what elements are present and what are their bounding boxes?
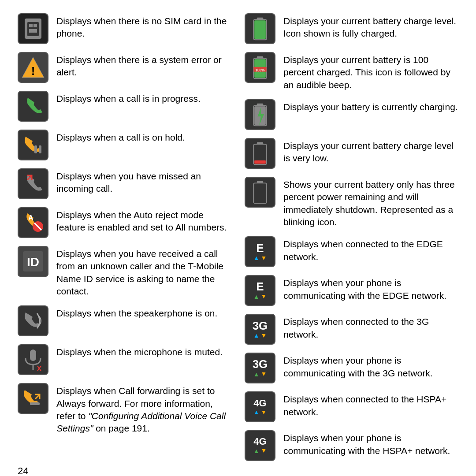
list-item: ! Displays when there is a system error … [18,52,231,83]
arrow-up-active: ▲ [253,447,260,454]
page: Displays when there is no SIM card in th… [0,0,476,476]
battery-charging-icon [245,99,275,130]
battery-charging-text: Displays your battery is currently charg… [283,99,458,113]
4g-connected-icon: 4G ▲ ▼ [245,391,275,422]
edge-arrows: ▲ ▼ [253,293,267,300]
3g-arrows: ▲ ▼ [253,371,267,378]
system-error-text: Displays when there is a system error or… [56,52,231,79]
missed-call-text: Displays when you have missed an incomin… [56,168,231,195]
list-item: Displays your battery is currently charg… [245,99,458,130]
battery-3pct-icon [245,177,275,208]
edge-connected-text: Displays when connected to the EDGE netw… [283,236,458,263]
arrow-down: ▼ [261,371,267,378]
list-item: Displays when you have missed an incomin… [18,168,231,199]
3g-letter: 3G [253,320,268,331]
page-number: 24 [18,461,458,476]
svg-rect-7 [34,145,37,153]
list-item: 3G ▲ ▼ Displays when your phone is commu… [245,353,458,383]
svg-rect-22 [254,20,266,39]
edge-letter: E [256,281,264,292]
4g-arrows: ▲ ▼ [253,447,267,454]
list-item: 3G ▲ ▼ Displays when connected to the 3G… [245,314,458,345]
svg-rect-3 [33,24,37,27]
list-item: ID Displays when you have received a cal… [18,246,231,298]
svg-text:!: ! [31,64,35,78]
no-sim-text: Displays when there is no SIM card in th… [56,13,231,40]
list-item: x Displays when the microphone is muted. [18,344,231,375]
list-item: Shows your current battery only has thre… [245,177,458,228]
svg-text:A: A [28,214,33,222]
system-error-icon: ! [18,52,48,83]
battery-100-text: Displays your current battery is 100 per… [283,52,458,91]
battery-low-text: Displays your current battery charge lev… [283,138,458,165]
unknown-caller-icon: ID [18,246,48,277]
auto-reject-icon: A [18,207,48,238]
right-column: Displays your current battery charge lev… [245,13,458,461]
list-item: 100% Displays your current battery is 10… [245,52,458,91]
3g-connected-text: Displays when connected to the 3G networ… [283,314,458,341]
call-hold-icon [18,130,48,160]
battery-low-icon [245,138,275,169]
3g-active-icon: 3G ▲ ▼ [245,353,275,383]
svg-text:x: x [37,364,41,372]
svg-rect-34 [254,160,266,164]
list-item: Displays when Call forwarding is set to … [18,383,231,435]
svg-text:ID: ID [27,255,39,269]
arrow-up-active: ▲ [253,293,260,300]
battery-3pct-text: Shows your current battery only has thre… [283,177,458,228]
list-item: Displays when the speakerphone is on. [18,305,231,336]
call-icon [18,91,48,122]
arrow-up: ▲ [253,332,260,338]
arrow-up: ▲ [253,255,260,261]
arrow-up: ▲ [253,409,260,415]
call-text: Displays when a call is in progress. [56,91,231,105]
3g-letter: 3G [253,358,268,370]
missed-call-icon [18,168,48,199]
mic-muted-text: Displays when the microphone is muted. [56,344,231,358]
arrow-down: ▼ [261,293,267,300]
battery-full-icon [245,13,275,44]
edge-letter: E [256,242,264,254]
speakerphone-text: Displays when the speakerphone is on. [56,305,231,320]
3g-arrows: ▲ ▼ [253,332,267,338]
4g-arrows: ▲ ▼ [253,409,267,415]
list-item: 4G ▲ ▼ Displays when your phone is commu… [245,430,458,461]
arrow-down: ▼ [261,255,267,261]
svg-text:100%: 100% [255,68,265,72]
4g-active-text: Displays when your phone is communicatin… [283,430,458,457]
list-item: A Displays when the Auto reject mode fea… [18,207,231,238]
arrow-down: ▼ [261,332,267,338]
auto-reject-text: Displays when the Auto reject mode featu… [56,207,231,234]
svg-rect-36 [253,183,266,203]
arrow-down: ▼ [261,409,267,415]
call-hold-text: Displays when a call is on hold. [56,130,231,144]
svg-rect-19 [30,402,40,405]
battery-100-icon: 100% [245,52,275,83]
3g-connected-icon: 3G ▲ ▼ [245,314,275,345]
list-item: Displays when a call is on hold. [18,130,231,160]
3g-active-text: Displays when your phone is communicatin… [283,353,458,379]
edge-arrows: ▲ ▼ [253,255,267,261]
list-item: Displays when there is no SIM card in th… [18,13,231,44]
unknown-caller-text: Displays when you have received a call f… [56,246,231,298]
list-item: Displays when a call is in progress. [18,91,231,122]
arrow-down: ▼ [261,447,267,454]
edge-connected-icon: E ▲ ▼ [245,236,275,267]
svg-rect-15 [30,350,36,361]
list-item: Displays your current battery charge lev… [245,13,458,44]
4g-letter: 4G [253,398,266,408]
mic-muted-icon: x [18,344,48,375]
columns: Displays when there is no SIM card in th… [18,13,458,461]
list-item: E ▲ ▼ Displays when your phone is commun… [245,275,458,306]
call-fwd-text: Displays when Call forwarding is set to … [56,383,231,435]
svg-rect-2 [29,24,33,27]
svg-rect-8 [39,145,41,153]
edge-active-icon: E ▲ ▼ [245,275,275,306]
svg-rect-4 [29,29,37,33]
4g-connected-text: Displays when connected to the HSPA+ net… [283,391,458,418]
list-item: 4G ▲ ▼ Displays when connected to the HS… [245,391,458,422]
arrow-up-active: ▲ [253,371,260,378]
list-item: E ▲ ▼ Displays when connected to the EDG… [245,236,458,267]
4g-active-icon: 4G ▲ ▼ [245,430,275,461]
edge-active-text: Displays when your phone is communicatin… [283,275,458,302]
